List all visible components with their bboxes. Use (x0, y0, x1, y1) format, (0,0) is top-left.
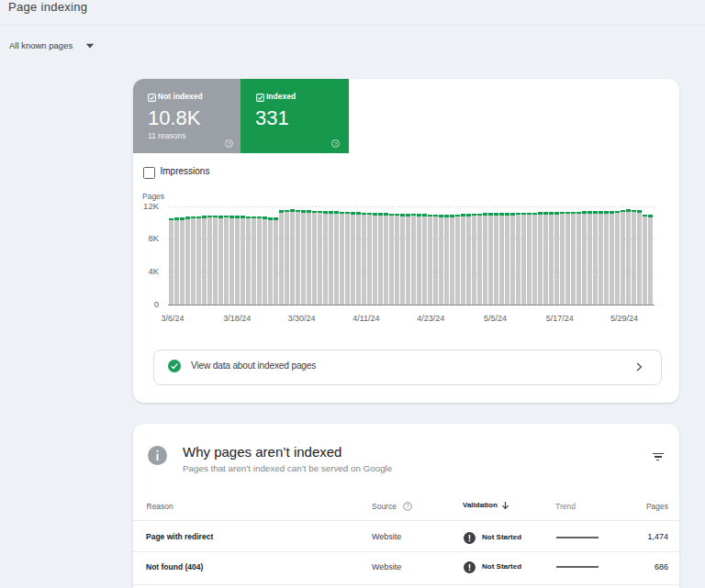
svg-text:?: ? (228, 141, 231, 147)
svg-text:?: ? (334, 141, 338, 147)
svg-text:?: ? (406, 503, 409, 509)
